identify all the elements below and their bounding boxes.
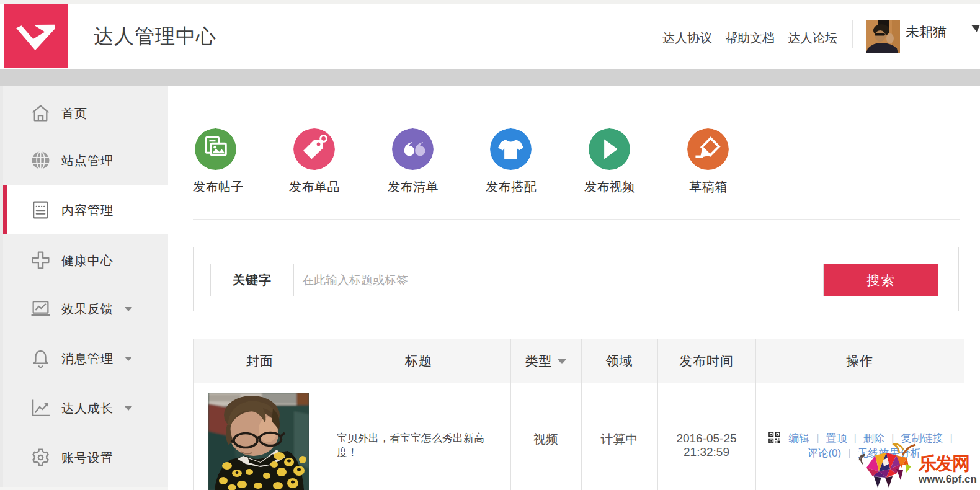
svg-text:乐发网: 乐发网 xyxy=(918,453,969,473)
svg-text:www.6pf.cn: www.6pf.cn xyxy=(918,473,977,485)
